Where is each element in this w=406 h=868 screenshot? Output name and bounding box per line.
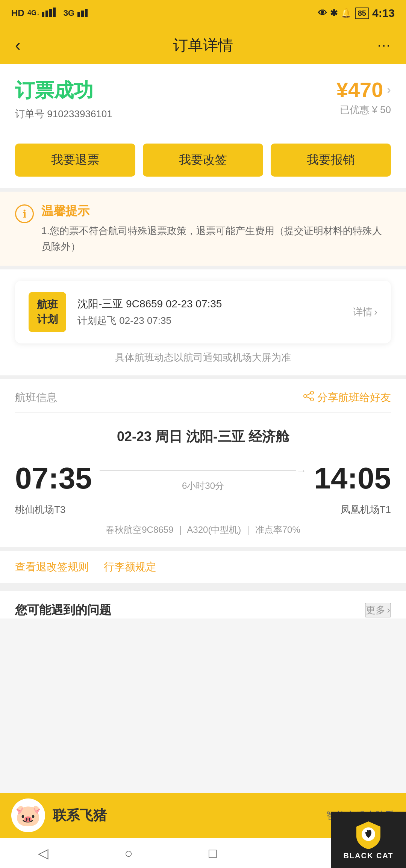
more-button[interactable]: ··· [377, 37, 391, 53]
price-arrow-icon: › [387, 83, 391, 97]
plane-type: A320(中型机) [187, 525, 241, 535]
svg-rect-3 [45, 11, 48, 17]
price-discount: 已优惠 ¥ 50 [336, 103, 391, 116]
eye-icon: 👁 [318, 8, 327, 18]
depart-time: 07:35 [15, 461, 92, 496]
status-time: 4:13 [372, 7, 395, 20]
svg-rect-6 [77, 12, 80, 17]
header: ‹ 订单详情 ··· [0, 26, 406, 64]
flight-plan-card: 航班 计划 沈阳-三亚 9C8659 02-23 07:35 计划起飞 02-2… [15, 281, 391, 343]
flight-details-row: 春秋航空9C8659 ｜ A320(中型机) ｜ 准点率70% [15, 524, 391, 536]
nav-recent-button[interactable]: □ [209, 845, 217, 861]
svg-rect-8 [85, 9, 88, 17]
back-button[interactable]: ‹ [15, 36, 21, 54]
success-title: 订票成功 [15, 77, 112, 104]
nav-back-button[interactable]: ◁ [38, 845, 48, 861]
svg-point-11 [311, 398, 314, 401]
flight-date-route: 02-23 周日 沈阳-三亚 经济舱 [15, 428, 391, 446]
notice-section: ℹ 温馨提示 1.您的票不符合航司特殊退票政策，退票可能产生费用（提交证明材料的… [0, 192, 406, 269]
flight-info-label: 航班信息 [15, 390, 57, 405]
notice-text: 1.您的票不符合航司特殊退票政策，退票可能产生费用（提交证明材料的特殊人员除外） [41, 223, 391, 254]
svg-rect-4 [49, 9, 52, 17]
page-title: 订单详情 [173, 35, 233, 56]
signal-bars-icon [42, 7, 61, 20]
ontime-rate: 准点率70% [255, 525, 300, 535]
flight-airports: 桃仙机场T3 凤凰机场T1 [15, 503, 391, 516]
pig-icon: 🐷 [15, 803, 41, 828]
invoice-button[interactable]: 我要报销 [271, 144, 391, 177]
refund-button[interactable]: 我要退票 [15, 144, 135, 177]
signal-4g-icon: 4G↑↓ [27, 7, 39, 20]
signal-3g-icon: 3G [64, 8, 74, 18]
status-bar: HD 4G↑↓ 3G 👁 [0, 0, 406, 26]
hd-icon: HD [11, 8, 24, 18]
svg-text:↑↓: ↑↓ [34, 10, 39, 16]
battery-icon: 85 [355, 8, 369, 19]
blackcat-watermark: BLACK CAT [331, 812, 406, 868]
flight-times: 07:35 → 6小时30分 14:05 [15, 461, 391, 496]
airline-info: 春秋航空9C8659 [106, 525, 173, 535]
order-number: 订单号 910233936101 [15, 107, 112, 121]
flight-duration-area: → 6小时30分 [92, 465, 314, 492]
nav-home-button[interactable]: ○ [124, 845, 133, 861]
share-label: 分享航班给好友 [317, 390, 391, 405]
status-right-icons: 👁 ✱ 🔔 85 4:13 [318, 7, 395, 20]
flight-plan-badge: 航班 计划 [29, 292, 66, 332]
flight-plan-section: 航班 计划 沈阳-三亚 9C8659 02-23 07:35 计划起飞 02-2… [0, 269, 406, 379]
rules-section: 查看退改签规则 行李额规定 [0, 551, 406, 587]
arrive-airport: 凤凰机场T1 [341, 503, 391, 516]
svg-rect-2 [42, 12, 44, 17]
contact-avatar: 🐷 [11, 798, 45, 832]
faq-more-button[interactable]: 更多 › [365, 603, 391, 617]
arrive-time: 14:05 [314, 461, 391, 496]
signal-bars2-icon [77, 7, 92, 20]
contact-name: 联系飞猪 [53, 806, 319, 825]
notice-icon: ℹ [15, 204, 34, 223]
svg-line-12 [307, 393, 311, 395]
flight-info-section: 航班信息 分享航班给好友 02-23 周日 沈阳-三亚 经济舱 07:35 [0, 379, 406, 551]
action-buttons-section: 我要退票 我要改签 我要报销 [0, 132, 406, 192]
flight-duration: 6小时30分 [182, 480, 224, 492]
share-flight-button[interactable]: 分享航班给好友 [303, 390, 391, 405]
blackcat-text: BLACK CAT [343, 851, 393, 860]
bell-icon: 🔔 [341, 8, 352, 18]
svg-point-10 [304, 395, 307, 398]
chevron-right-icon: › [387, 604, 390, 616]
price-value: ¥470 [336, 77, 383, 102]
chevron-right-icon: › [374, 306, 377, 318]
flight-plan-route: 沈阳-三亚 9C8659 02-23 07:35 [77, 297, 342, 311]
order-success-section: 订票成功 订单号 910233936101 ¥470 › 已优惠 ¥ 50 [0, 64, 406, 132]
faq-section: 您可能遇到的问题 更多 › [0, 591, 406, 618]
price-display: ¥470 › [336, 77, 391, 102]
flight-notice: 具体航班动态以航司通知或机场大屏为准 [15, 351, 391, 364]
faq-title: 您可能遇到的问题 [15, 602, 111, 618]
svg-rect-7 [81, 11, 84, 17]
notice-title: 温馨提示 [41, 203, 391, 219]
bluetooth-icon: ✱ [330, 8, 338, 18]
status-left-icons: HD 4G↑↓ 3G [11, 7, 92, 20]
refund-rules-link[interactable]: 查看退改签规则 [15, 560, 89, 574]
blackcat-shield-icon [353, 820, 383, 850]
svg-rect-5 [53, 8, 56, 17]
baggage-rules-link[interactable]: 行李额规定 [104, 560, 156, 574]
flight-detail-link[interactable]: 详情 › [353, 305, 377, 319]
svg-line-13 [307, 397, 311, 399]
svg-point-15 [365, 830, 367, 832]
share-icon [303, 390, 314, 404]
change-button[interactable]: 我要改签 [143, 144, 263, 177]
depart-airport: 桃仙机场T3 [15, 503, 65, 516]
svg-point-9 [311, 391, 314, 394]
flight-plan-scheduled: 计划起飞 02-23 07:35 [77, 314, 342, 327]
